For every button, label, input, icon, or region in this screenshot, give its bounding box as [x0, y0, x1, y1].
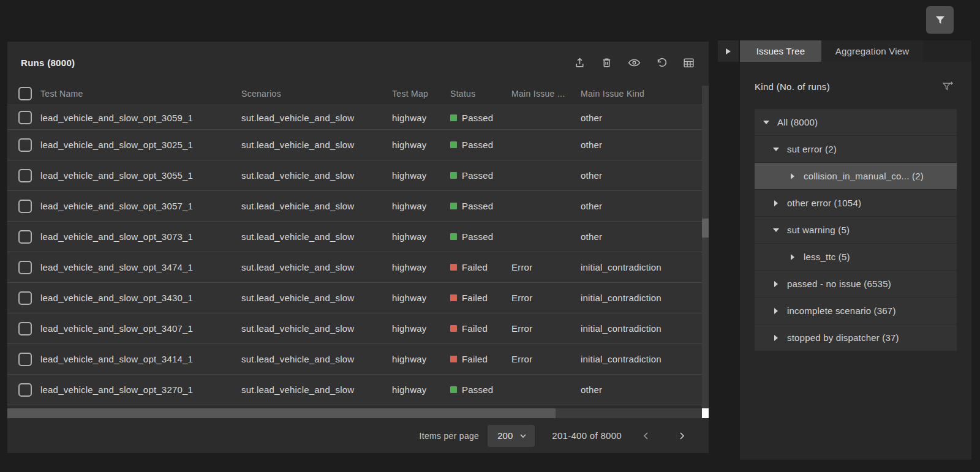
vertical-scrollbar-thumb[interactable] [702, 219, 709, 238]
export-button[interactable] [573, 56, 586, 69]
tree-expand-icon[interactable] [774, 281, 778, 287]
row-checkbox[interactable] [18, 261, 32, 274]
table-row[interactable]: lead_vehicle_and_slow_opt_3474_1 sut.lea… [7, 252, 702, 283]
table-columns-button[interactable] [682, 56, 695, 69]
status-label: Passed [462, 231, 493, 242]
runs-panel-title: Runs (8000) [21, 58, 75, 68]
column-header-main-issue: Main Issue ... [511, 89, 581, 99]
row-checkbox[interactable] [18, 322, 32, 335]
status-color-square [450, 294, 457, 301]
status-label: Passed [462, 201, 493, 211]
tree-node[interactable]: sut warning (5) [755, 217, 957, 243]
horizontal-scrollbar-thumb[interactable] [7, 408, 556, 418]
tree-expand-icon[interactable] [774, 308, 778, 314]
tree-node[interactable]: sut error (2) [755, 136, 957, 162]
cell-test-name: lead_vehicle_and_slow_opt_3407_1 [40, 323, 241, 334]
vertical-scrollbar-track[interactable] [702, 86, 709, 408]
select-all-checkbox[interactable] [18, 87, 32, 100]
table-row[interactable]: lead_vehicle_and_slow_opt_3270_1 sut.lea… [7, 375, 702, 405]
cell-status: Passed [450, 201, 511, 211]
cell-scenarios: sut.lead_vehicle_and_slow [241, 354, 392, 364]
cell-scenarios: sut.lead_vehicle_and_slow [241, 323, 392, 334]
undo-button[interactable] [655, 56, 668, 69]
tree-node[interactable]: passed - no issue (6535) [755, 271, 957, 297]
runs-toolbar [573, 56, 695, 69]
tree-node-label: less_ttc (5) [804, 252, 850, 262]
tree-collapse-icon[interactable] [763, 121, 769, 124]
row-checkbox[interactable] [18, 353, 32, 366]
cell-main-issue-kind: other [581, 113, 702, 123]
cell-main-issue-kind: initial_contradiction [581, 354, 702, 364]
row-checkbox[interactable] [18, 138, 32, 152]
tree-node[interactable]: less_ttc (5) [755, 244, 957, 270]
column-header-status: Status [450, 89, 511, 99]
cell-main-issue: Error [511, 323, 581, 334]
cell-test-map: highway [392, 262, 450, 272]
tree-node-label: incomplete scenario (367) [787, 305, 896, 316]
cell-main-issue: Error [511, 354, 581, 364]
tab-strip-filler [923, 40, 971, 62]
tree-node-label: stopped by dispatcher (37) [787, 332, 899, 343]
tree-node-label: All (8000) [777, 117, 818, 127]
row-checkbox[interactable] [18, 200, 32, 213]
tree-node[interactable]: All (8000) [755, 109, 957, 135]
row-checkbox[interactable] [18, 383, 32, 397]
cell-main-issue-kind: initial_contradiction [581, 262, 702, 272]
tree-expand-icon[interactable] [791, 173, 794, 179]
filter-button[interactable] [926, 6, 954, 34]
table-row[interactable]: lead_vehicle_and_slow_opt_3025_1 sut.lea… [7, 130, 702, 160]
table-row[interactable]: lead_vehicle_and_slow_opt_3059_1 sut.lea… [7, 106, 702, 130]
status-label: Failed [462, 323, 488, 334]
tab-aggregation-view[interactable]: Aggregation View [821, 40, 923, 62]
row-checkbox[interactable] [18, 169, 32, 182]
tree-node-label: collision_in_manual_co... (2) [804, 171, 924, 181]
page-size-select[interactable]: 200 [488, 425, 535, 447]
row-checkbox[interactable] [18, 291, 32, 305]
cell-main-issue: Error [511, 293, 581, 303]
tree-expand-icon[interactable] [774, 200, 778, 206]
page-size-value: 200 [497, 430, 513, 441]
cell-status: Failed [450, 262, 511, 272]
tree-node[interactable]: collision_in_manual_co... (2) [755, 163, 957, 189]
cell-test-map: highway [392, 231, 450, 242]
cell-test-map: highway [392, 113, 450, 123]
horizontal-scrollbar-track[interactable] [556, 408, 702, 418]
previous-page-button[interactable] [638, 427, 655, 444]
runs-panel: Runs (8000) [7, 42, 709, 453]
pagination-range: 201-400 of 8000 [552, 430, 622, 441]
row-checkbox[interactable] [18, 230, 32, 244]
cell-main-issue-kind: other [581, 231, 702, 242]
chevron-right-icon [677, 431, 687, 441]
cell-scenarios: sut.lead_vehicle_and_slow [241, 113, 392, 123]
cell-main-issue-kind: other [581, 384, 702, 395]
table-row[interactable]: lead_vehicle_and_slow_opt_3057_1 sut.lea… [7, 191, 702, 222]
cell-main-issue-kind: other [581, 201, 702, 211]
next-page-button[interactable] [673, 427, 690, 444]
delete-button[interactable] [600, 56, 613, 69]
tree-node[interactable]: incomplete scenario (367) [755, 298, 957, 324]
row-checkbox[interactable] [18, 111, 32, 124]
table-row[interactable]: lead_vehicle_and_slow_opt_3414_1 sut.lea… [7, 344, 702, 375]
cell-scenarios: sut.lead_vehicle_and_slow [241, 231, 392, 242]
table-row[interactable]: lead_vehicle_and_slow_opt_3430_1 sut.lea… [7, 283, 702, 313]
undo-icon [655, 56, 668, 69]
table-row[interactable]: lead_vehicle_and_slow_opt_3055_1 sut.lea… [7, 160, 702, 191]
tree-expand-icon[interactable] [774, 335, 778, 341]
tab-issues-tree[interactable]: Issues Tree [740, 40, 821, 62]
visibility-button[interactable] [627, 56, 641, 69]
tree-node[interactable]: other error (1054) [755, 190, 957, 216]
tree-collapse-icon[interactable] [773, 148, 779, 151]
table-row[interactable]: lead_vehicle_and_slow_opt_3407_1 sut.lea… [7, 313, 702, 344]
scrollbar-corner [702, 408, 709, 418]
panel-collapse-button[interactable] [718, 40, 739, 62]
tree-node[interactable]: stopped by dispatcher (37) [755, 324, 957, 351]
cell-test-name: lead_vehicle_and_slow_opt_3474_1 [40, 262, 241, 272]
tree-expand-icon[interactable] [791, 254, 794, 260]
cell-test-map: highway [392, 201, 450, 211]
table-row[interactable]: lead_vehicle_and_slow_opt_3073_1 sut.lea… [7, 222, 702, 252]
add-filter-button[interactable] [941, 79, 956, 94]
tree-collapse-icon[interactable] [773, 228, 779, 232]
cell-test-map: highway [392, 140, 450, 150]
table-body: lead_vehicle_and_slow_opt_3059_1 sut.lea… [7, 106, 702, 406]
cell-test-name: lead_vehicle_and_slow_opt_3055_1 [40, 170, 241, 181]
